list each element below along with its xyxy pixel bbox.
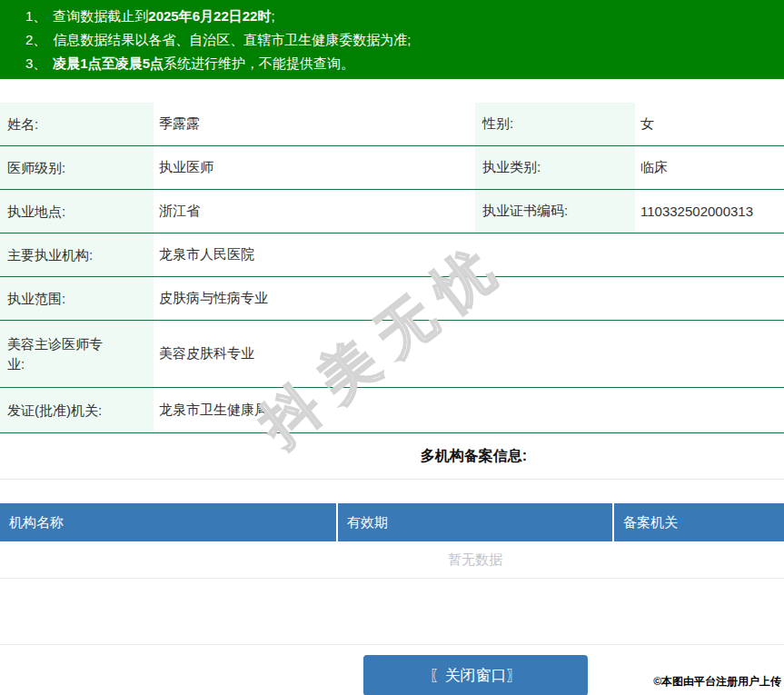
notice-text-bold: 凌晨1点至凌晨5点 xyxy=(53,55,164,71)
notice-line-number: 3、 xyxy=(25,55,46,71)
column-header-filing-authority: 备案机关 xyxy=(614,503,784,541)
table-row: 执业范围: 皮肤病与性病专业 xyxy=(0,277,784,321)
filing-table-header: 机构名称 有效期 备案机关 xyxy=(0,503,784,541)
table-empty-row: 暂无数据 xyxy=(0,541,784,579)
column-header-institution-name: 机构名称 xyxy=(0,503,336,541)
table-row: 医师级别: 执业医师 执业类别: 临床 xyxy=(0,146,784,190)
field-value-cosmetic-specialty: 美容皮肤科专业 xyxy=(154,345,784,362)
field-value-practice-category: 临床 xyxy=(635,159,784,176)
field-value-doctor-level: 执业医师 xyxy=(154,159,475,176)
notice-line-number: 2、 xyxy=(25,32,46,47)
field-value-certificate-number: 110332502000313 xyxy=(635,204,784,219)
query-result-page: 1、查询数据截止到2025年6月22日22时; 2、信息数据结果以各省、自治区、… xyxy=(0,0,784,695)
field-value-gender: 女 xyxy=(635,115,784,133)
table-row: 美容主诊医师专业: 美容皮肤科专业 xyxy=(0,321,784,388)
table-row: 发证(批准)机关: 龙泉市卫生健康局 xyxy=(0,388,784,433)
notice-line-2: 2、信息数据结果以各省、自治区、直辖市卫生健康委数据为准; xyxy=(25,28,775,52)
field-label-certificate-number: 执业证书编码: xyxy=(475,190,635,233)
field-label-name: 姓名: xyxy=(0,103,154,145)
column-header-validity-period: 有效期 xyxy=(338,503,612,541)
section-title: 多机构备案信息: xyxy=(421,447,527,466)
notice-line-number: 1、 xyxy=(25,8,46,24)
table-row: 执业地点: 浙江省 执业证书编码: 110332502000313 xyxy=(0,190,784,233)
field-label-gender: 性别: xyxy=(475,103,635,145)
practitioner-info-table: 姓名: 季露露 性别: 女 医师级别: 执业医师 执业类别: 临床 执业地点: … xyxy=(0,103,784,433)
spacer xyxy=(0,579,784,645)
field-label-cosmetic-specialty: 美容主诊医师专业: xyxy=(0,321,154,387)
field-label-practice-scope: 执业范围: xyxy=(0,277,154,320)
empty-state-text: 暂无数据 xyxy=(337,551,613,569)
field-value-main-institution: 龙泉市人民医院 xyxy=(154,246,784,263)
close-window-button[interactable]: 〖关闭窗口〗 xyxy=(363,655,588,695)
field-label-practice-location: 执业地点: xyxy=(0,190,154,233)
notice-line-1: 1、查询数据截止到2025年6月22日22时; xyxy=(25,5,775,28)
field-value-issuing-authority: 龙泉市卫生健康局 xyxy=(154,402,784,419)
corner-watermark: ©本图由平台注册用户上传 xyxy=(653,674,781,690)
filing-records-table: 机构名称 有效期 备案机关 暂无数据 xyxy=(0,503,784,645)
notice-line-3: 3、凌晨1点至凌晨5点系统进行维护，不能提供查询。 xyxy=(25,52,775,75)
field-label-main-institution: 主要执业机构: xyxy=(0,233,154,276)
field-value-practice-scope: 皮肤病与性病专业 xyxy=(154,290,784,307)
table-row: 主要执业机构: 龙泉市人民医院 xyxy=(0,233,784,277)
field-label-doctor-level: 医师级别: xyxy=(0,146,154,189)
field-value-name: 季露露 xyxy=(154,115,475,133)
notice-text-bold: 2025年6月22日22时 xyxy=(148,8,271,24)
table-row: 姓名: 季露露 性别: 女 xyxy=(0,103,784,146)
notice-banner: 1、查询数据截止到2025年6月22日22时; 2、信息数据结果以各省、自治区、… xyxy=(0,0,784,79)
field-label-practice-category: 执业类别: xyxy=(475,146,635,189)
notice-text: 查询数据截止到 xyxy=(53,8,148,24)
notice-text-suffix: 系统进行维护，不能提供查询。 xyxy=(164,55,354,71)
notice-text: 信息数据结果以各省、自治区、直辖市卫生健康委数据为准; xyxy=(53,32,411,47)
field-label-issuing-authority: 发证(批准)机关: xyxy=(0,388,154,432)
field-value-practice-location: 浙江省 xyxy=(154,203,475,220)
notice-text-suffix: ; xyxy=(271,8,274,24)
multi-institution-section: 多机构备案信息: xyxy=(0,433,784,480)
